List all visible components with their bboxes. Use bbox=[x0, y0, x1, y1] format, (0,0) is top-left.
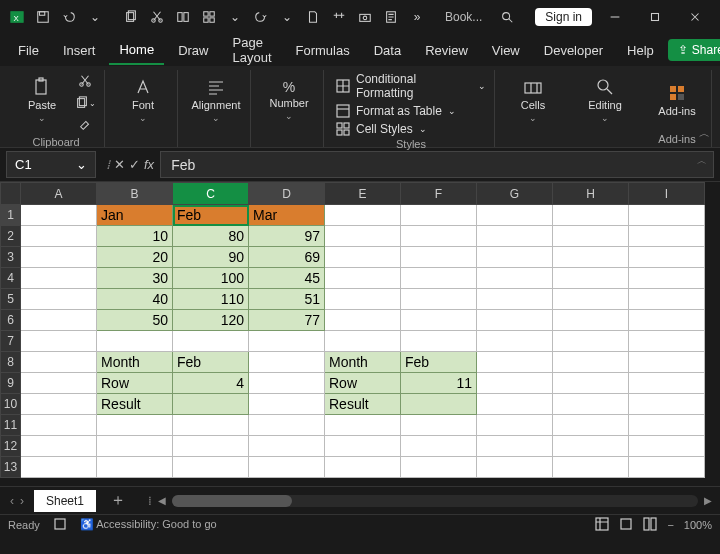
col-header[interactable]: C bbox=[173, 183, 249, 205]
row-header[interactable]: 12 bbox=[1, 436, 21, 457]
row-header[interactable]: 6 bbox=[1, 310, 21, 331]
tab-help[interactable]: Help bbox=[617, 37, 664, 64]
touch-icon[interactable] bbox=[328, 6, 350, 28]
font-button[interactable]: Font ⌄ bbox=[117, 72, 169, 128]
redo-dropdown[interactable]: ⌄ bbox=[276, 6, 298, 28]
svg-rect-29 bbox=[337, 130, 342, 135]
formula-bar[interactable]: Feb ︿ bbox=[160, 151, 714, 178]
row-header[interactable]: 13 bbox=[1, 457, 21, 478]
row-header[interactable]: 4 bbox=[1, 268, 21, 289]
cut-mini-icon[interactable] bbox=[74, 72, 96, 90]
sheet-tab[interactable]: Sheet1 bbox=[34, 490, 96, 512]
tab-view[interactable]: View bbox=[482, 37, 530, 64]
form-icon[interactable] bbox=[380, 6, 402, 28]
alignment-button[interactable]: Alignment ⌄ bbox=[190, 72, 242, 128]
cancel-formula-icon[interactable]: ✕ bbox=[114, 157, 125, 172]
share-button[interactable]: ⇪Share⌄ bbox=[668, 39, 720, 61]
col-header[interactable]: G bbox=[477, 183, 553, 205]
svg-point-15 bbox=[363, 16, 367, 20]
grid-area: A B C D E F G H I 1JanFebMar 2108097 320… bbox=[0, 182, 720, 486]
view-normal-icon[interactable] bbox=[595, 517, 609, 533]
cut-icon[interactable] bbox=[146, 6, 168, 28]
chevron-down-icon[interactable]: ⌄ bbox=[76, 157, 87, 172]
conditional-formatting-button[interactable]: Conditional Formatting⌄ bbox=[336, 72, 486, 100]
row-header[interactable]: 9 bbox=[1, 373, 21, 394]
cells-button[interactable]: Cells ⌄ bbox=[507, 72, 559, 128]
save-icon[interactable] bbox=[32, 6, 54, 28]
copy-mini-icon[interactable]: ⌄ bbox=[74, 94, 96, 112]
select-all-corner[interactable] bbox=[1, 183, 21, 205]
row-header[interactable]: 2 bbox=[1, 226, 21, 247]
view-pagelayout-icon[interactable] bbox=[619, 517, 633, 533]
col-header[interactable]: F bbox=[401, 183, 477, 205]
expand-formula-icon[interactable]: ︿ bbox=[697, 154, 707, 168]
tab-pagelayout[interactable]: Page Layout bbox=[223, 29, 282, 71]
scroll-right-icon[interactable]: ▶ bbox=[704, 495, 712, 506]
row-header[interactable]: 8 bbox=[1, 352, 21, 373]
svg-rect-26 bbox=[337, 105, 349, 117]
paste-button[interactable]: Paste ⌄ bbox=[16, 72, 68, 128]
ribbon-tabs: File Insert Home Draw Page Layout Formul… bbox=[0, 34, 720, 66]
tab-file[interactable]: File bbox=[8, 37, 49, 64]
col-header[interactable]: A bbox=[21, 183, 97, 205]
tab-review[interactable]: Review bbox=[415, 37, 478, 64]
scroll-left-icon[interactable]: ◀ bbox=[158, 495, 166, 506]
qat-icon-2[interactable] bbox=[198, 6, 220, 28]
col-header[interactable]: B bbox=[97, 183, 173, 205]
spreadsheet-grid[interactable]: A B C D E F G H I 1JanFebMar 2108097 320… bbox=[0, 182, 705, 478]
col-header[interactable]: H bbox=[553, 183, 629, 205]
col-header[interactable]: I bbox=[629, 183, 705, 205]
maximize-button[interactable] bbox=[636, 3, 674, 31]
number-button[interactable]: % Number ⌄ bbox=[263, 72, 315, 128]
tab-data[interactable]: Data bbox=[364, 37, 411, 64]
row-header[interactable]: 11 bbox=[1, 415, 21, 436]
newfile-icon[interactable] bbox=[302, 6, 324, 28]
prev-sheet-icon[interactable]: ‹ bbox=[10, 494, 14, 508]
row-header[interactable]: 3 bbox=[1, 247, 21, 268]
undo-icon[interactable] bbox=[58, 6, 80, 28]
add-sheet-button[interactable]: ＋ bbox=[96, 490, 140, 511]
tab-developer[interactable]: Developer bbox=[534, 37, 613, 64]
macro-icon[interactable] bbox=[54, 518, 66, 532]
view-pagebreak-icon[interactable] bbox=[643, 517, 657, 533]
qat-icon-1[interactable] bbox=[172, 6, 194, 28]
svg-rect-40 bbox=[644, 518, 649, 530]
col-header[interactable]: E bbox=[325, 183, 401, 205]
tab-formulas[interactable]: Formulas bbox=[286, 37, 360, 64]
fx-icon[interactable]: fx bbox=[144, 157, 154, 172]
sheet-bar: ‹ › Sheet1 ＋ ⁞ ◀ ▶ bbox=[0, 486, 720, 514]
row-header[interactable]: 7 bbox=[1, 331, 21, 352]
row-header[interactable]: 1 bbox=[1, 205, 21, 226]
redo-dropdown-icon[interactable]: ⌄ bbox=[84, 6, 106, 28]
cell-styles-button[interactable]: Cell Styles⌄ bbox=[336, 122, 486, 136]
editing-button[interactable]: Editing ⌄ bbox=[579, 72, 631, 128]
copy-icon[interactable] bbox=[120, 6, 142, 28]
col-header[interactable]: D bbox=[249, 183, 325, 205]
row-header[interactable]: 10 bbox=[1, 394, 21, 415]
formatpainter-icon[interactable] bbox=[74, 116, 96, 134]
tab-insert[interactable]: Insert bbox=[53, 37, 106, 64]
qat-dropdown[interactable]: ⌄ bbox=[224, 6, 246, 28]
search-icon[interactable] bbox=[496, 6, 518, 28]
minimize-button[interactable] bbox=[596, 3, 634, 31]
accept-formula-icon[interactable]: ✓ bbox=[129, 157, 140, 172]
signin-button[interactable]: Sign in bbox=[535, 8, 592, 26]
name-box[interactable]: C1 ⌄ bbox=[6, 151, 96, 178]
next-sheet-icon[interactable]: › bbox=[20, 494, 24, 508]
close-button[interactable] bbox=[676, 3, 714, 31]
redo-icon[interactable] bbox=[250, 6, 272, 28]
svg-text:X: X bbox=[14, 14, 20, 23]
zoom-level[interactable]: 100% bbox=[684, 519, 712, 531]
zoom-out-icon[interactable]: − bbox=[667, 519, 673, 531]
tab-draw[interactable]: Draw bbox=[168, 37, 218, 64]
h-scrollbar[interactable] bbox=[172, 495, 698, 507]
collapse-ribbon-icon[interactable]: ︿ bbox=[699, 126, 710, 141]
camera-icon[interactable] bbox=[354, 6, 376, 28]
row-header[interactable]: 5 bbox=[1, 289, 21, 310]
overflow-icon[interactable]: » bbox=[406, 6, 428, 28]
accessibility-status[interactable]: ♿ Accessibility: Good to go bbox=[80, 518, 217, 531]
tab-home[interactable]: Home bbox=[109, 36, 164, 65]
addins-button[interactable]: Add-ins bbox=[651, 72, 703, 128]
document-name[interactable]: Book... bbox=[445, 10, 482, 24]
format-as-table-button[interactable]: Format as Table⌄ bbox=[336, 104, 486, 118]
